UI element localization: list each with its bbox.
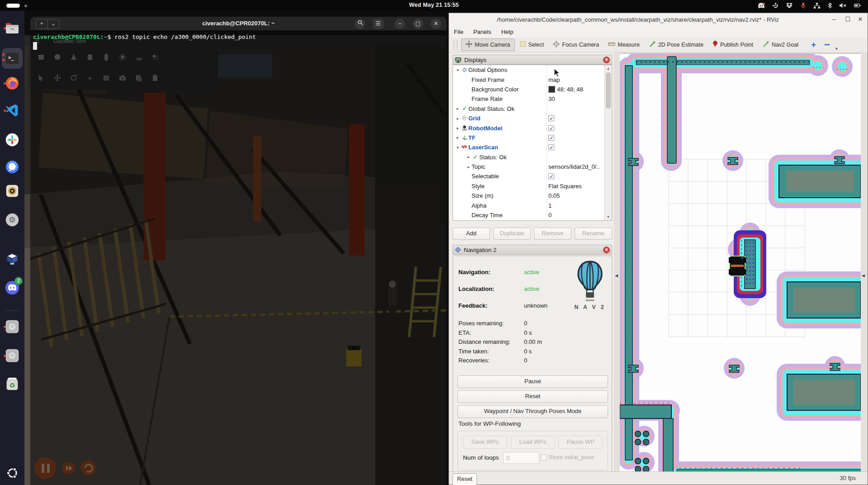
display-row-decay-time[interactable]: Decay Time0 (453, 210, 612, 220)
display-row-status-ok[interactable]: ▸✓Status: Ok (453, 152, 612, 162)
zoom-in-button[interactable]: + (811, 40, 816, 50)
dock-item-signal[interactable] (3, 158, 21, 176)
property-value[interactable]: ✓ (548, 173, 554, 179)
display-row-laserscan[interactable]: ▾LaserScan✓ (453, 143, 612, 152)
display-row-tf[interactable]: ▸TF✓ (453, 133, 612, 143)
tool-2d-pose-estimate[interactable]: 2D Pose Estimate (644, 38, 708, 51)
display-row-style[interactable]: StyleFlat Squares (453, 181, 612, 191)
tray-slack-icon[interactable] (772, 2, 779, 9)
expander-open-icon[interactable]: ▾ (455, 145, 461, 150)
expander-open-icon[interactable]: ▾ (455, 68, 461, 72)
dock-item-gear-app-2[interactable]: ⚙ (3, 347, 21, 365)
display-row-fixed-frame[interactable]: Fixed Framemap (453, 75, 612, 84)
display-row-robotmodel[interactable]: ▸RobotModel✓ (453, 123, 612, 133)
expander-closed-icon[interactable]: ▸ (455, 135, 461, 140)
nav2-close-icon[interactable]: ✕ (603, 247, 610, 253)
clock[interactable]: Wed May 21 15:55 (409, 2, 459, 8)
property-value[interactable]: ✓ (548, 135, 554, 141)
zoom-out-button[interactable]: − (824, 39, 830, 51)
tray-network-icon[interactable] (813, 2, 821, 9)
expander-closed-icon[interactable]: ▸ (455, 106, 461, 111)
display-row-size-m[interactable]: Size (m)0.05 (453, 191, 612, 200)
dock-item-discord[interactable]: 2 (3, 279, 21, 297)
display-row-alpha[interactable]: Alpha1 (453, 200, 612, 210)
dock-item-virtualbox[interactable] (3, 251, 21, 269)
nav2-panel-header[interactable]: Navigation 2 ✕ (453, 245, 612, 255)
dock-item-trash[interactable]: ♻ (3, 375, 21, 393)
checkbox-checked-icon[interactable]: ✓ (548, 135, 554, 141)
property-value[interactable]: Flat Squares (548, 183, 582, 190)
dock-item-slack[interactable] (3, 131, 21, 149)
tray-volume-muted-icon[interactable] (839, 2, 847, 9)
property-value[interactable]: 48; 48; 48 (548, 86, 583, 93)
property-value[interactable]: 0 (548, 212, 552, 219)
rviz-title-bar[interactable]: /home/civerachb/Code/clearpath_common_ws… (449, 13, 868, 27)
tool-nav2-goal[interactable]: Nav2 Goal (758, 38, 803, 51)
menu-icon[interactable]: ☰ (373, 19, 383, 29)
waypoint-nav-through-poses-mode-button[interactable]: Waypoint / Nav Through Poses Mode (458, 405, 608, 418)
display-row-topic[interactable]: ▸Topicsensors/lidar2d_0/.. (453, 162, 612, 171)
expander-closed-icon[interactable]: ▸ (466, 165, 472, 169)
checkbox-checked-icon[interactable]: ✓ (548, 144, 554, 150)
property-value[interactable]: 1 (548, 202, 552, 209)
maximize-icon[interactable]: ☐ (843, 16, 852, 23)
tool-select[interactable]: Select (515, 38, 549, 51)
collapse-arrow-icon[interactable]: ◀ (615, 273, 618, 278)
minimize-icon[interactable]: – (830, 16, 839, 23)
tray-discord-icon[interactable] (757, 2, 765, 9)
display-row-frame-rate[interactable]: Frame Rate30 (453, 94, 612, 104)
tool-focus-camera[interactable]: Focus Camera (548, 38, 604, 51)
tray-microphone-icon[interactable] (800, 2, 807, 10)
dock-item-speaker[interactable] (3, 182, 21, 200)
tray-dropbox-icon[interactable] (786, 2, 793, 9)
property-value[interactable]: 0.05 (548, 192, 560, 199)
menu-file[interactable]: File (449, 27, 468, 37)
dock-item-firefox[interactable] (3, 74, 21, 92)
display-row-selectable[interactable]: Selectable✓ (453, 171, 612, 181)
dock-item-vscode[interactable] (3, 101, 21, 119)
reset-button[interactable]: Reset (458, 390, 608, 403)
checkbox-checked-icon[interactable]: ✓ (548, 173, 554, 179)
close-icon[interactable]: ✕ (431, 19, 441, 29)
toolbar-overflow-icon[interactable]: ▼ (835, 47, 839, 52)
tray-battery-icon[interactable] (854, 2, 862, 9)
dock-item-gear-app-1[interactable]: ⚙ (3, 318, 21, 336)
expander-closed-icon[interactable]: ▸ (455, 116, 461, 121)
dock-item-ubuntu[interactable] (3, 464, 21, 482)
terminal-title-bar[interactable]: + ⌄ civerachb@CPR02070L: ~ ☰ – ▢ ✕ (30, 17, 447, 30)
menu-panels[interactable]: Panels (468, 27, 496, 37)
property-value[interactable]: 30 (548, 95, 555, 102)
displays-panel-header[interactable]: Displays ✕ (453, 55, 612, 65)
num-of-loops-input[interactable] (503, 452, 539, 464)
checkbox-checked-icon[interactable]: ✓ (548, 115, 554, 121)
tool-measure[interactable]: Measure (604, 38, 644, 51)
menu-help[interactable]: Help (496, 27, 519, 37)
display-row-global-options[interactable]: ▾⚙Global Options (453, 65, 612, 75)
dock-item-terminal[interactable]: >_ (2, 48, 23, 69)
expander-closed-icon[interactable]: ▸ (466, 155, 472, 159)
map-view[interactable] (620, 53, 861, 473)
close-icon[interactable]: ✕ (856, 16, 865, 23)
pause-button[interactable]: Pause (458, 376, 608, 388)
minimize-icon[interactable]: – (395, 19, 405, 29)
tool-move-camera[interactable]: Move Camera (461, 38, 515, 51)
workspace-indicator[interactable] (6, 4, 20, 8)
collapse-arrow-icon[interactable]: ◀ (862, 273, 865, 278)
splitter-handle[interactable]: ...... (453, 222, 612, 227)
workspace-dot[interactable] (24, 5, 27, 7)
displays-close-icon[interactable]: ✕ (603, 57, 610, 63)
costmap-render[interactable] (620, 54, 861, 473)
panel-collapse-strip-left[interactable]: ◀ (614, 53, 620, 473)
terminal-body[interactable]: civerachb@CPR02070L:~$ ros2 topic echo /… (30, 30, 447, 485)
dock-item-files[interactable] (3, 19, 21, 37)
tray-bluetooth-icon[interactable] (827, 2, 832, 9)
maximize-icon[interactable]: ▢ (413, 19, 423, 29)
property-value[interactable]: ✓ (548, 115, 554, 121)
property-value[interactable]: sensors/lidar2d_0/.. (548, 163, 599, 170)
property-value[interactable]: ✓ (548, 125, 554, 131)
store-initial-pose-checkbox[interactable] (541, 454, 547, 461)
search-icon[interactable] (355, 19, 365, 29)
display-row-background-color[interactable]: Background Color48; 48; 48 (453, 85, 612, 94)
add-button[interactable]: Add (453, 228, 490, 240)
checkbox-checked-icon[interactable]: ✓ (548, 125, 554, 131)
